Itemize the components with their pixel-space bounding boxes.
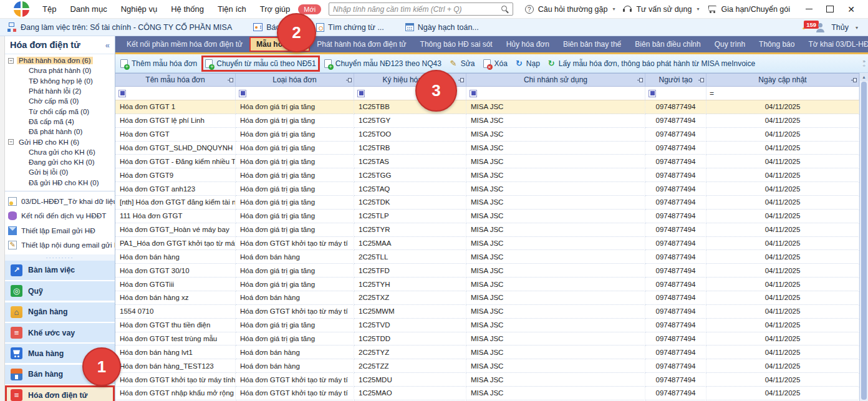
table-row[interactable]: Hóa đơn bán hàngHoá đơn bán hàng2C25TLLM… [115,250,859,264]
pin-icon[interactable] [639,78,643,82]
toolbar-button[interactable]: Xóa [483,59,508,68]
column-header[interactable]: Tên mẫu hóa đơn [115,74,236,86]
table-row[interactable]: Hóa đơn GTGT nhập khẩu mở rộng (khởi tHó… [115,387,859,400]
tree-item[interactable]: Từ chối cấp mã (0) [5,106,115,116]
table-row[interactable]: Hóa đơn GTGT lệ phí LinhHóa đơn giá trị … [115,114,859,128]
toolbar-button[interactable]: ✎Sửa [450,59,475,68]
posting-date-button[interactable]: Ngày hạch toán... [405,23,479,32]
table-row[interactable]: Hóa đơn GTGT9Hóa đơn giá trị gia tăng1C2… [115,168,859,182]
tab-item[interactable]: Biên bản điều chỉnh [628,36,707,52]
find-voucher-button[interactable]: Tìm chứng từ ... [316,23,384,32]
menu-item[interactable]: Tiện ích [211,4,253,14]
feature-search[interactable] [329,2,513,16]
column-header[interactable]: Loại hóa đơn [236,74,354,86]
table-row[interactable]: Hóa đơn GTGT_Hoàn vé máy bayHóa đơn giá … [115,223,859,237]
toolbar-button[interactable]: Chuyển mẫu NĐ123 theo NQ43 [324,59,441,68]
avatar[interactable] [815,22,825,32]
tree-expander-icon[interactable]: − [8,58,14,64]
tab-item[interactable]: Biên bản thay thế [556,36,628,52]
search-icon[interactable] [501,6,507,11]
filter-checkbox-icon[interactable] [357,90,365,97]
tree-item[interactable]: −Phát hành hóa đơn (6) [5,56,115,65]
table-row[interactable]: Hóa đơn GTGTHóa đơn giá trị gia tăng1C25… [115,128,859,142]
sidebar-splitter[interactable]: ········· [5,254,115,261]
table-row[interactable]: Hóa đơn GTGT test trùng mẫuHóa đơn giá t… [115,332,859,346]
tree-item[interactable]: Chưa gửi cho KH (6) [5,147,115,157]
table-row[interactable]: PA1_Hóa đơn GTGT khởi tạo từ máy tínhHóa… [115,237,859,251]
close-button[interactable]: ✕ [841,1,862,17]
table-row[interactable]: Hóa đơn bán hàng lvt1Hoá đơn bán hàng2C2… [115,345,859,359]
chevron-down-icon[interactable]: ▾ [697,6,699,12]
menu-item[interactable]: Trợ giúp [253,4,297,14]
search-input[interactable] [333,4,501,14]
table-row[interactable]: Hóa đơn bán hàng xzHoá đơn bán hàng2C25T… [115,291,859,305]
chevron-down-icon[interactable]: ▾ [612,6,615,12]
toolbar-overflow-icon[interactable]: »÷ [863,59,866,68]
maximize-button[interactable] [819,1,841,17]
sidebar-link[interactable]: ✎Thiết lập nội dung email gửi h [5,238,115,253]
pin-icon[interactable] [229,78,233,82]
filter-cell[interactable] [645,87,706,100]
collapse-sidebar-icon[interactable]: « [105,41,110,50]
sidebar-item-module[interactable]: Khế ước vay [5,323,115,342]
tab-item[interactable]: Tờ khai 03/DL-HĐĐT [801,36,868,52]
toolbar-button-highlighted[interactable]: Chuyển từ mẫu cũ theo NĐ51 [205,59,316,68]
filter-cell[interactable] [466,87,645,100]
table-row[interactable]: [nth] Hóa đơn GTGT đăng kiểm tài nguyêHó… [115,196,859,210]
menu-item[interactable]: Hệ thống [164,4,211,14]
tree-item[interactable]: Đang gửi cho KH (0) [5,157,115,167]
sidebar-link[interactable]: 03/DL-HĐĐT_Tờ khai dữ liệu [5,194,115,209]
filter-checkbox-icon[interactable] [470,90,477,97]
sidebar-link[interactable]: Thiết lập Email gửi HĐ [5,223,115,238]
column-header[interactable]: Ngày cập nhật [706,74,859,86]
tree-expander-icon[interactable]: − [8,139,14,145]
tree-item[interactable]: Đã gửi HĐ cho KH (0) [5,178,115,188]
filter-checkbox-icon[interactable] [118,90,126,97]
filter-cell[interactable] [115,87,236,100]
filter-checkbox-icon[interactable] [239,90,246,97]
tab-item[interactable]: Quy trình [708,36,752,52]
support-link[interactable]: Tư vấn sử dụng [636,5,692,14]
sidebar-item-active[interactable]: Hóa đơn điện tử [5,385,115,401]
table-row[interactable]: Hóa đơn GTGT anh123Hóa đơn giá trị gia t… [115,182,859,196]
table-row[interactable]: Hóa đơn GTGT_SLHD_DNQUYNHHóa đơn giá trị… [115,142,859,155]
pin-icon[interactable] [853,78,857,82]
tree-item[interactable]: Chưa phát hành (0) [5,65,115,75]
chevron-down-icon[interactable]: ▾ [856,25,858,31]
menu-item[interactable]: Tệp [36,4,63,14]
table-row[interactable]: Hóa đơn GTGT thu tiền điệnHóa đơn giá tr… [115,319,859,332]
column-header[interactable]: Chi nhánh sử dụng [466,74,645,86]
tab-item[interactable]: Thông báo HĐ sai sót [413,36,499,52]
tab-item[interactable]: Hủy hóa đơn [499,36,556,52]
tab-item[interactable]: Phát hành hóa đơn điện tử [310,36,413,52]
sidebar-item-module[interactable]: Bàn làm việc [5,261,115,280]
scrollbar-thumb[interactable] [861,82,867,400]
table-row[interactable]: Hóa đơn GTGT 1Hóa đơn giá trị gia tăng1C… [115,100,859,114]
filter-cell[interactable] [236,87,354,100]
scroll-up-icon[interactable]: ▲ [860,73,868,81]
tree-item[interactable]: TĐ không hợp lệ (0) [5,76,115,86]
table-row[interactable]: Hóa đơn GTGT khởi tạo từ máy tính tiền D… [115,373,859,387]
tree-item[interactable]: Phát hành lỗi (2) [5,86,115,96]
tab-item[interactable]: Thông báo [752,36,801,52]
table-row[interactable]: 1554 0710Hóa đơn GTGT khởi tạo từ máy tí… [115,305,859,319]
table-row[interactable]: 111 Hóa đơn GTGTHóa đơn giá trị gia tăng… [115,210,859,223]
tree-item[interactable]: Đã cấp mã (4) [5,117,115,127]
filter-equals-icon[interactable]: = [710,89,714,98]
renew-link[interactable]: Gia hạn/Chuyển gói [721,5,791,14]
tree-item[interactable]: Gửi bị lỗi (0) [5,167,115,177]
vertical-scrollbar[interactable]: ▲ [859,73,868,401]
column-header[interactable]: Người tạo [645,74,706,86]
tree-item[interactable]: Chờ cấp mã (0) [5,96,115,106]
working-on[interactable]: Đang làm việc trên: Sổ tài chính - CÔNG … [7,22,232,32]
tree-item[interactable]: −Gửi HĐ cho KH (6) [5,137,115,147]
pin-icon[interactable] [348,78,352,82]
menu-item[interactable]: Nghiệp vụ [114,4,165,14]
collapsed-panel-strip[interactable] [0,36,5,401]
menu-item[interactable]: Danh mục [63,4,113,14]
minimize-button[interactable] [798,1,819,17]
sidebar-link[interactable]: Kết nối đến dịch vụ HĐĐT [5,208,115,223]
faq-link[interactable]: Câu hỏi thường gặp [538,5,608,14]
sidebar-item-module[interactable]: Ngân hàng [5,302,115,322]
toolbar-button[interactable]: ↻Lấy mẫu hóa đơn, thông báo phát hành từ… [548,59,755,68]
